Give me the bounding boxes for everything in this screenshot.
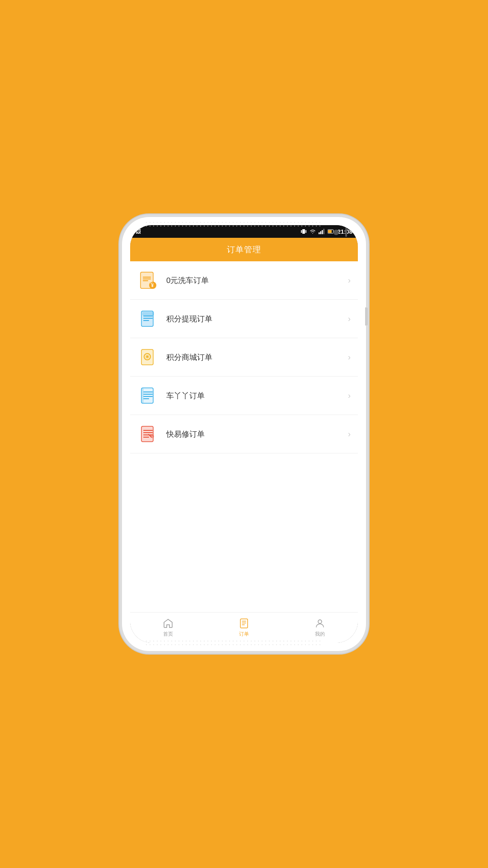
order-icon	[239, 618, 249, 629]
nav-order-label: 订单	[239, 631, 249, 637]
nav-item-mine[interactable]: 我的	[282, 613, 358, 643]
signal-icon	[319, 229, 325, 234]
notification-icon: 🖼	[136, 228, 141, 235]
points-withdraw-icon	[139, 309, 158, 328]
quick-repair-icon-wrap	[137, 423, 159, 445]
svg-point-41	[318, 620, 322, 623]
home-icon	[163, 618, 174, 629]
svg-rect-40	[240, 619, 248, 628]
svg-rect-6	[323, 229, 324, 234]
status-left: 🖼	[136, 228, 141, 235]
side-button	[365, 307, 368, 326]
menu-item-quick-repair[interactable]: 快易修订单 ›	[130, 415, 358, 453]
nav-mine-label: 我的	[315, 631, 325, 637]
phone-screen: 🖼	[130, 225, 358, 643]
page-title: 订单管理	[227, 245, 261, 254]
quick-repair-label: 快易修订单	[166, 429, 344, 439]
menu-item-points-mall[interactable]: 积分商城订单 ›	[130, 338, 358, 377]
nav-item-home[interactable]: 首页	[130, 613, 206, 643]
nav-item-order[interactable]: 订单	[206, 613, 282, 643]
mine-icon	[314, 618, 325, 629]
svg-rect-21	[142, 312, 154, 316]
svg-text:0: 0	[150, 281, 152, 284]
free-wash-label: 0元洗车订单	[166, 275, 344, 286]
quick-repair-icon	[139, 425, 158, 443]
free-wash-icon: ¥ 0	[139, 271, 158, 290]
points-withdraw-label: 积分提现订单	[166, 314, 344, 324]
svg-point-39	[150, 434, 154, 438]
nav-home-label: 首页	[163, 631, 173, 637]
points-withdraw-chevron: ›	[348, 314, 351, 324]
app-header: 订单管理	[130, 238, 358, 261]
svg-rect-32	[142, 388, 144, 403]
points-withdraw-icon-wrap	[137, 308, 159, 330]
menu-item-car-yy[interactable]: 车丫丫订单 ›	[130, 377, 358, 415]
menu-item-free-wash[interactable]: ¥ 0 0元洗车订单 ›	[130, 261, 358, 300]
speaker	[345, 228, 347, 237]
free-wash-chevron: ›	[348, 276, 351, 285]
car-yy-label: 车丫丫订单	[166, 391, 344, 401]
bottom-nav: 首页 订单 我的	[130, 612, 358, 643]
points-mall-label: 积分商城订单	[166, 352, 344, 363]
bottom-dot-decoration	[145, 639, 321, 647]
points-mall-chevron: ›	[348, 353, 351, 362]
svg-rect-1	[301, 230, 302, 233]
svg-rect-0	[302, 229, 305, 234]
points-mall-icon-wrap	[137, 346, 159, 368]
car-yy-icon-wrap	[137, 385, 159, 406]
quick-repair-chevron: ›	[348, 429, 351, 439]
app-content: 订单管理 ¥ 0 0元洗车	[130, 238, 358, 643]
points-mall-icon	[139, 348, 158, 367]
car-yy-chevron: ›	[348, 391, 351, 401]
svg-rect-2	[305, 230, 306, 233]
menu-list: ¥ 0 0元洗车订单 ›	[130, 261, 358, 612]
svg-point-26	[146, 356, 148, 358]
wifi-icon	[310, 228, 316, 235]
vibrate-icon	[300, 228, 307, 235]
menu-item-points-withdraw[interactable]: 积分提现订单 ›	[130, 300, 358, 338]
free-wash-icon-wrap: ¥ 0	[137, 269, 159, 291]
svg-text:⚡: ⚡	[329, 231, 332, 234]
front-camera	[333, 230, 339, 235]
svg-rect-5	[322, 230, 323, 234]
svg-rect-34	[141, 426, 153, 442]
car-yy-icon	[139, 386, 158, 405]
svg-rect-4	[320, 231, 321, 235]
svg-rect-3	[319, 232, 320, 234]
status-right: ⚡ 21:08	[300, 228, 352, 235]
phone-frame: 🖼	[122, 217, 366, 651]
top-dot-decoration	[145, 221, 321, 229]
